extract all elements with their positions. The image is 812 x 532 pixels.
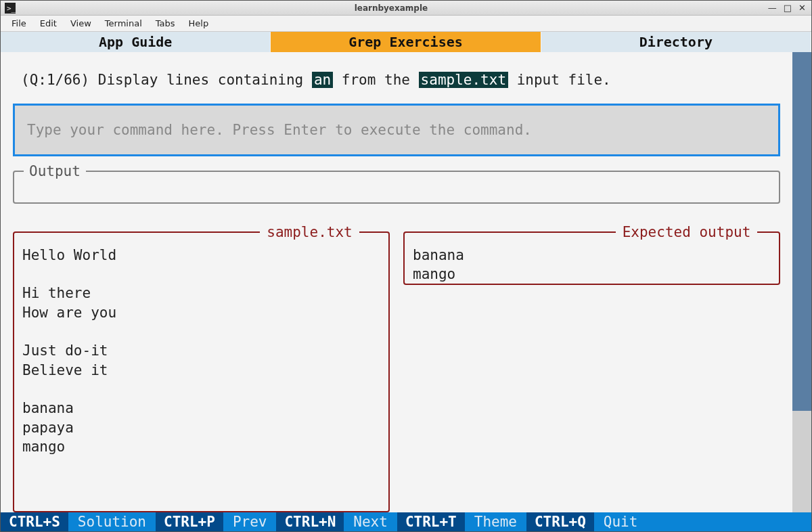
sample-text: Hello World Hi there How are you Just do… [22, 246, 380, 457]
minimize-icon[interactable]: — [768, 3, 777, 13]
question-highlight-1: an [312, 72, 333, 88]
window-title: learnbyexample [20, 3, 763, 13]
question-mid: from the [333, 72, 418, 88]
question-prefix: (Q:1/66) Display lines containing [21, 72, 312, 88]
scrollbar-thumb[interactable] [792, 52, 811, 411]
command-input-wrap [13, 104, 780, 156]
sample-panel: sample.txt Hello World Hi there How are … [13, 224, 390, 513]
question-highlight-2: sample.txt [419, 72, 508, 88]
shortcut-theme[interactable]: CTRL+TTheme [397, 512, 526, 531]
menu-view[interactable]: View [65, 17, 97, 30]
question-text: (Q:1/66) Display lines containing an fro… [21, 70, 772, 91]
expected-text: banana mango [413, 246, 771, 284]
main-panel: (Q:1/66) Display lines containing an fro… [1, 52, 792, 512]
maximize-icon[interactable]: □ [784, 3, 792, 13]
content-area: (Q:1/66) Display lines containing an fro… [1, 52, 811, 512]
expected-panel: Expected output banana mango [403, 224, 780, 285]
shortcut-quit[interactable]: CTRL+QQuit [526, 512, 647, 531]
expected-legend: Expected output [616, 224, 758, 240]
output-panel: Output [13, 163, 780, 204]
svg-text:>_: >_ [7, 4, 16, 13]
menu-help[interactable]: Help [183, 17, 215, 30]
menubar: File Edit View Terminal Tabs Help [1, 16, 811, 32]
menu-terminal[interactable]: Terminal [99, 17, 148, 30]
menu-file[interactable]: File [6, 17, 32, 30]
app-window: >_ learnbyexample — □ ✕ File Edit View T… [0, 0, 812, 532]
tab-grep-exercises[interactable]: Grep Exercises [271, 32, 541, 52]
menu-edit[interactable]: Edit [35, 17, 62, 30]
app-body: App Guide Grep Exercises Directory (Q:1/… [1, 32, 811, 531]
tab-app-guide[interactable]: App Guide [1, 32, 271, 52]
shortcut-next[interactable]: CTRL+NNext [276, 512, 397, 531]
sample-legend: sample.txt [260, 224, 359, 240]
command-input[interactable] [13, 104, 780, 156]
tab-bar: App Guide Grep Exercises Directory [1, 32, 811, 52]
tab-directory[interactable]: Directory [541, 32, 811, 52]
footer-shortcuts: CTRL+SSolution CTRL+PPrev CTRL+NNext CTR… [1, 512, 811, 531]
vertical-scrollbar[interactable] [792, 52, 811, 512]
close-icon[interactable]: ✕ [798, 3, 806, 13]
lower-panels: sample.txt Hello World Hi there How are … [13, 224, 780, 513]
question-suffix: input file. [508, 72, 611, 88]
output-legend: Output [24, 163, 86, 179]
menu-tabs[interactable]: Tabs [150, 17, 181, 30]
shortcut-prev[interactable]: CTRL+PPrev [156, 512, 276, 531]
shortcut-solution[interactable]: CTRL+SSolution [1, 512, 156, 531]
titlebar[interactable]: >_ learnbyexample — □ ✕ [1, 1, 811, 16]
terminal-icon: >_ [5, 3, 16, 14]
